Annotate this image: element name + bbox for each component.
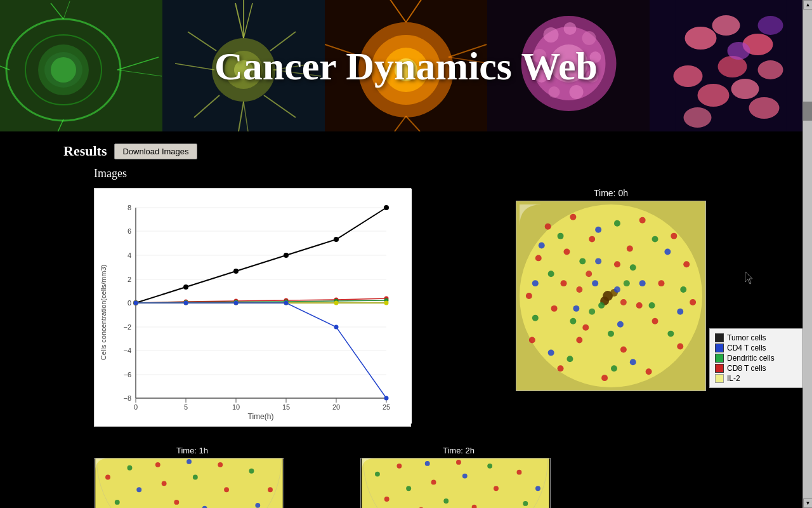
svg-point-61 xyxy=(684,107,712,128)
svg-point-178 xyxy=(548,271,554,277)
svg-point-136 xyxy=(639,217,646,224)
svg-point-149 xyxy=(627,246,633,252)
scroll-down-button[interactable]: ▼ xyxy=(803,498,812,508)
svg-point-169 xyxy=(592,280,598,286)
svg-point-164 xyxy=(548,349,554,356)
scroll-up-button[interactable]: ▲ xyxy=(803,0,812,10)
svg-point-158 xyxy=(614,261,620,267)
legend-label-cd8: CD8 T cells xyxy=(727,364,766,373)
svg-point-152 xyxy=(620,346,627,352)
svg-point-151 xyxy=(652,318,658,324)
svg-point-147 xyxy=(564,249,570,255)
legend-color-dendritic xyxy=(715,354,724,363)
svg-point-194 xyxy=(105,475,110,480)
svg-rect-192 xyxy=(95,458,282,508)
svg-point-153 xyxy=(576,337,582,344)
svg-text:−2: −2 xyxy=(123,323,131,331)
svg-point-138 xyxy=(683,261,690,267)
svg-point-163 xyxy=(630,359,636,365)
svg-text:0: 0 xyxy=(128,299,131,307)
svg-point-229 xyxy=(384,497,390,502)
svg-text:20: 20 xyxy=(332,403,340,411)
svg-point-43 xyxy=(564,22,577,35)
svg-point-157 xyxy=(636,302,643,309)
svg-point-103 xyxy=(284,253,289,258)
legend-cd4-cells: CD4 T cells xyxy=(715,344,799,352)
svg-point-150 xyxy=(658,280,665,286)
svg-text:15: 15 xyxy=(282,403,290,411)
svg-point-223 xyxy=(396,464,402,469)
sim-time-label-2h: Time: 2h xyxy=(360,446,557,455)
svg-point-197 xyxy=(187,459,192,464)
svg-point-124 xyxy=(134,301,138,305)
simulation-panel-1h: Time: 1h xyxy=(94,446,291,508)
svg-point-180 xyxy=(630,264,636,271)
images-grid: Cells concentration(cells/mm3) xyxy=(63,188,749,427)
legend-cd8-cells: CD8 T cells xyxy=(715,364,799,373)
svg-point-101 xyxy=(183,284,188,290)
svg-point-182 xyxy=(608,331,614,337)
svg-text:25: 25 xyxy=(383,403,390,411)
svg-point-188 xyxy=(620,299,627,305)
svg-point-198 xyxy=(218,462,223,467)
svg-point-225 xyxy=(456,460,461,465)
svg-point-172 xyxy=(652,236,658,243)
svg-point-222 xyxy=(375,472,380,477)
svg-point-173 xyxy=(680,286,686,293)
svg-point-140 xyxy=(677,344,683,350)
bottom-simulation-row: Time: 1h xyxy=(94,446,749,508)
svg-point-135 xyxy=(570,214,576,220)
simulation-panel-2h: Time: 2h xyxy=(360,446,557,508)
images-section-label: Images xyxy=(94,167,749,180)
svg-point-230 xyxy=(406,486,411,491)
svg-point-64 xyxy=(758,16,783,35)
svg-point-102 xyxy=(233,269,239,274)
svg-point-42 xyxy=(544,27,559,43)
sim-time-label-0h: Time: 0h xyxy=(481,188,741,198)
svg-point-160 xyxy=(595,227,601,233)
svg-text:Time(h): Time(h) xyxy=(248,412,274,421)
svg-point-165 xyxy=(532,280,539,286)
svg-point-196 xyxy=(155,462,160,467)
scrollbar-thumb[interactable] xyxy=(803,102,812,121)
svg-point-125 xyxy=(184,301,188,305)
svg-point-139 xyxy=(690,299,696,305)
site-title: Cancer Dynamics Web xyxy=(0,43,812,88)
legend-label-cd4: CD4 T cells xyxy=(727,344,766,352)
svg-point-54 xyxy=(712,15,740,36)
svg-point-174 xyxy=(667,331,674,337)
svg-text:5: 5 xyxy=(184,403,188,411)
spacer xyxy=(291,446,360,508)
legend-box: Tumor cells CD4 T cells Dendritic cells … xyxy=(709,328,804,388)
svg-point-105 xyxy=(384,205,389,210)
svg-point-159 xyxy=(539,243,545,249)
svg-point-238 xyxy=(443,498,449,504)
svg-point-176 xyxy=(566,356,573,362)
svg-point-187 xyxy=(595,258,601,264)
main-content: Results Download Images Images Cells con… xyxy=(0,131,812,508)
svg-point-210 xyxy=(174,500,179,505)
download-images-button[interactable]: Download Images xyxy=(114,144,197,159)
svg-point-137 xyxy=(671,233,677,239)
svg-point-199 xyxy=(249,469,254,474)
legend-dendritic-cells: Dendritic cells xyxy=(715,354,799,363)
svg-point-148 xyxy=(589,236,595,243)
svg-point-190 xyxy=(576,286,582,293)
svg-point-200 xyxy=(268,487,273,492)
site-header: Cancer Dynamics Web xyxy=(0,0,812,131)
svg-point-195 xyxy=(128,465,133,471)
legend-tumor-cells: Tumor cells xyxy=(715,333,799,342)
line-chart: Cells concentration(cells/mm3) xyxy=(94,188,411,427)
svg-point-144 xyxy=(529,337,535,344)
legend-label-dendritic: Dendritic cells xyxy=(727,354,775,363)
svg-point-128 xyxy=(334,325,339,330)
svg-text:6: 6 xyxy=(128,227,131,235)
svg-point-62 xyxy=(749,97,780,119)
svg-point-171 xyxy=(614,220,620,227)
svg-point-224 xyxy=(425,461,430,466)
svg-point-122 xyxy=(334,301,339,305)
svg-text:Cells concentration(cells/mm3): Cells concentration(cells/mm3) xyxy=(100,265,107,360)
svg-point-203 xyxy=(162,481,167,486)
svg-point-145 xyxy=(526,293,532,299)
svg-point-205 xyxy=(224,487,229,492)
